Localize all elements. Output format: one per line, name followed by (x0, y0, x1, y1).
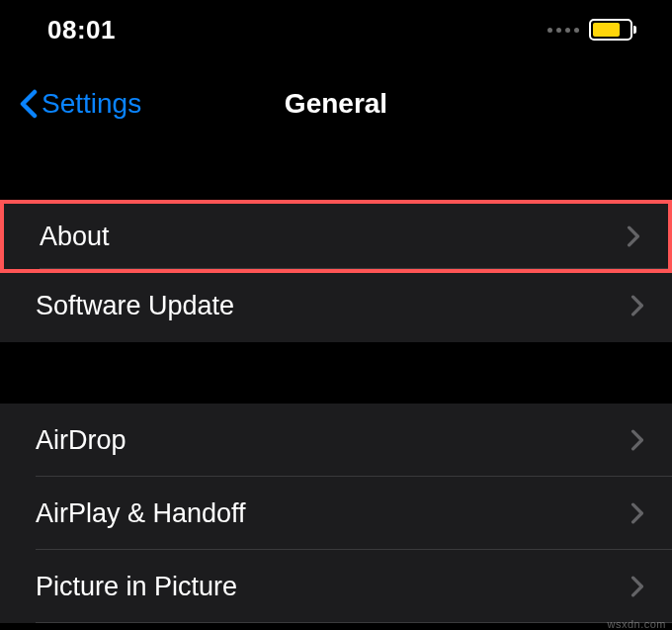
status-bar: 08:01 (0, 0, 672, 59)
battery-icon (589, 19, 632, 41)
chevron-right-icon (630, 502, 644, 524)
list-item-airplay-handoff[interactable]: AirPlay & Handoff (0, 477, 672, 550)
list-item-airdrop[interactable]: AirDrop (0, 404, 672, 477)
status-time: 08:01 (47, 15, 116, 45)
chevron-left-icon (20, 89, 38, 119)
list-item-software-update[interactable]: Software Update (0, 269, 672, 342)
nav-bar: Settings General (0, 59, 672, 148)
list-item-label: AirPlay & Handoff (36, 498, 246, 529)
list-group-2: AirDrop AirPlay & Handoff Picture in Pic… (0, 404, 672, 623)
signal-dots (547, 28, 579, 33)
page-title: General (285, 88, 387, 120)
battery-fill (593, 23, 620, 37)
watermark: wsxdn.com (607, 618, 666, 630)
list-item-label: AirDrop (36, 425, 126, 456)
chevron-right-icon (630, 295, 644, 316)
list-item-picture-in-picture[interactable]: Picture in Picture (0, 550, 672, 623)
section-spacer (0, 148, 672, 204)
list-item-about[interactable]: About (0, 200, 672, 273)
chevron-right-icon (627, 225, 640, 247)
back-button[interactable]: Settings (20, 88, 141, 120)
list-item-label: Software Update (36, 291, 234, 321)
list-item-label: Picture in Picture (36, 572, 237, 602)
status-right (547, 19, 632, 41)
section-spacer (0, 342, 672, 404)
chevron-right-icon (630, 576, 644, 597)
chevron-right-icon (630, 429, 644, 451)
list-group-1: About Software Update (0, 200, 672, 342)
back-label: Settings (42, 88, 141, 120)
list-item-label: About (40, 222, 110, 252)
